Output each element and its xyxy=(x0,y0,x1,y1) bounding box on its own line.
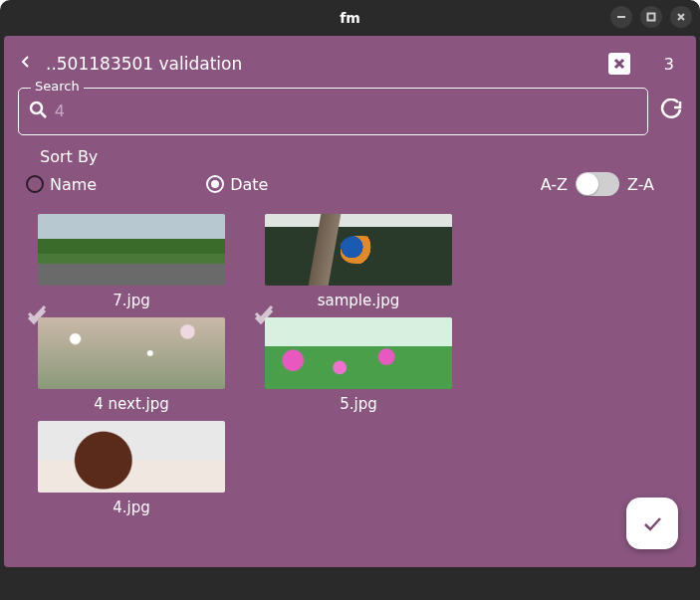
maximize-button[interactable] xyxy=(640,6,662,28)
sort-label: Sort By xyxy=(40,147,674,166)
svg-rect-0 xyxy=(648,14,655,21)
radio-label: Date xyxy=(230,175,268,194)
file-item[interactable]: sample.jpg xyxy=(265,214,452,309)
minimize-button[interactable] xyxy=(610,6,632,28)
clear-selection-button[interactable] xyxy=(608,53,630,75)
svg-point-1 xyxy=(31,102,42,113)
close-window-button[interactable] xyxy=(670,6,692,28)
sort-row: NameDate A-Z Z-A xyxy=(26,172,674,196)
file-item[interactable]: 4.jpg xyxy=(38,421,225,516)
file-name: 7.jpg xyxy=(38,292,225,309)
radio-circle-icon xyxy=(206,175,224,193)
file-item[interactable]: 4 next.jpg xyxy=(38,317,225,413)
file-item[interactable]: 5.jpg xyxy=(265,317,452,413)
file-name: 4 next.jpg xyxy=(38,395,225,413)
thumbnail xyxy=(38,214,225,286)
breadcrumb-path: ..501183501 validation xyxy=(46,54,242,74)
search-box[interactable]: Search xyxy=(18,88,648,135)
app-outer: ..501183501 validation 3 Search Sort By … xyxy=(0,36,700,600)
app-body: ..501183501 validation 3 Search Sort By … xyxy=(4,36,696,567)
selected-count: 3 xyxy=(664,55,674,74)
file-name: 4.jpg xyxy=(38,499,225,516)
search-input[interactable] xyxy=(55,101,637,121)
titlebar: fm xyxy=(0,0,700,36)
toggle-thumb xyxy=(577,173,598,195)
sort-section: Sort By NameDate A-Z Z-A xyxy=(26,147,674,196)
header: ..501183501 validation 3 xyxy=(18,44,682,84)
file-name: sample.jpg xyxy=(265,292,452,309)
window-title: fm xyxy=(340,10,360,26)
file-name: 5.jpg xyxy=(265,395,452,413)
sort-order-toggle[interactable] xyxy=(576,172,619,196)
thumbnail xyxy=(38,317,225,389)
search-icon xyxy=(29,100,47,122)
order-toggle: A-Z Z-A xyxy=(541,172,654,196)
radio-circle-icon xyxy=(26,175,44,193)
asc-label: A-Z xyxy=(541,175,568,194)
thumbnail xyxy=(38,421,225,493)
sort-radio-name[interactable]: Name xyxy=(26,175,97,194)
confirm-fab[interactable] xyxy=(626,498,678,549)
thumbnail xyxy=(265,214,452,286)
back-icon[interactable] xyxy=(18,54,34,74)
sort-radio-date[interactable]: Date xyxy=(206,175,268,194)
file-item[interactable]: 7.jpg xyxy=(38,214,225,309)
refresh-icon[interactable] xyxy=(660,99,682,124)
search-row: Search xyxy=(18,88,682,135)
desc-label: Z-A xyxy=(627,175,654,194)
search-label: Search xyxy=(31,79,84,94)
thumbnail xyxy=(265,317,452,389)
file-grid: 7.jpgsample.jpg4 next.jpg5.jpg4.jpg xyxy=(38,214,666,516)
radio-label: Name xyxy=(50,175,97,194)
